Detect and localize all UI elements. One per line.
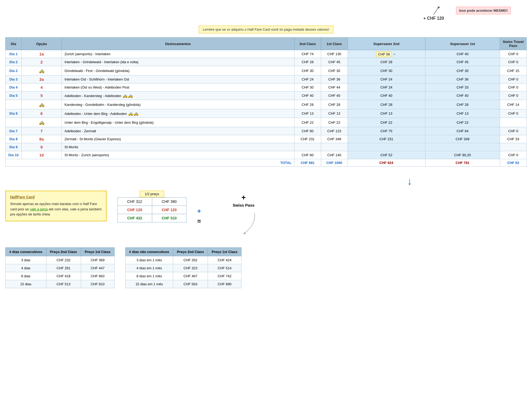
cell-2nd: CHF 74 bbox=[294, 50, 321, 58]
cell-dia bbox=[6, 100, 22, 109]
cell-desl: Zurich (aeroporto) - Interlaken bbox=[62, 50, 294, 58]
noncons-h0: # dias não consecutivos bbox=[125, 248, 173, 256]
cell-opcao: 🚕 bbox=[22, 100, 62, 109]
calc-r2c1: CHF 120 bbox=[118, 206, 152, 214]
isso-pode-text: Isso pode acontecer MESMO! bbox=[459, 9, 508, 13]
cell-super1: CHF 90,20 bbox=[425, 151, 500, 159]
halffare-title: HalfFare Card bbox=[10, 195, 102, 199]
cell-stp: CHF 33 bbox=[500, 135, 527, 143]
cell-stp bbox=[500, 118, 527, 127]
cell-stp: CHF 0 bbox=[500, 109, 527, 118]
cell-super2: CHF 75 bbox=[348, 127, 425, 135]
cell-stp: CHF 0 bbox=[500, 50, 527, 58]
cell-2nd: CHF 28 bbox=[294, 58, 321, 66]
list-item: 8 diasCHF 418CHF 663 bbox=[6, 272, 115, 280]
swiss-pass-area: + Swiss Pass bbox=[228, 193, 260, 237]
cell-stp: CHF 0 bbox=[500, 91, 527, 100]
cell-super2: CHF 13 bbox=[348, 109, 425, 118]
table-row: 🚕Unter dem Birg - Engstligenalp - Unter … bbox=[6, 118, 527, 127]
cell-desl: Interlaken - Grindelwald - Interlaken (i… bbox=[62, 58, 294, 66]
table-row: Dia 55Adelboden - Kandersteg - Adelboden… bbox=[6, 91, 527, 100]
down-arrow-icon: ↓ bbox=[407, 176, 412, 187]
main-table: Dia Opção Deslocamentos 2nd Class 1st Cl… bbox=[5, 37, 527, 167]
non-consecutive-table: # dias não consecutivos Preço 2nd Class … bbox=[125, 247, 241, 288]
bottom-section: HalfFare Card Simulei apenas as opções m… bbox=[5, 191, 527, 237]
cell-1st: CHF 349 bbox=[321, 135, 348, 143]
swiss-plus-icon: + bbox=[241, 193, 246, 202]
isso-pode-box: Isso pode acontecer MESMO! bbox=[456, 7, 511, 14]
cell-dia: Dia 2 bbox=[6, 66, 22, 75]
list-item: 8 dias em 1 mêsCHF 467CHF 742 bbox=[125, 272, 241, 280]
total-stp: CHF 62 bbox=[500, 159, 527, 167]
calc-r1c1: CHF 312 bbox=[118, 198, 152, 206]
cell-stp: CHF 15 bbox=[500, 66, 527, 75]
cell-desl: Unter dem Birg - Engstligenalp - Unter d… bbox=[62, 118, 294, 127]
total-1st: CHF 1000 bbox=[321, 159, 348, 167]
cell-super1: CHF 36 bbox=[425, 75, 500, 83]
col-header-super1: Supersaver 1st bbox=[425, 38, 500, 50]
cell-1st: CHF 13 bbox=[321, 109, 348, 118]
halffare-vale: vale a pena bbox=[30, 207, 48, 211]
plus-sign: + bbox=[197, 206, 201, 216]
cell-opcao: 4 bbox=[22, 83, 62, 91]
list-item: 4 diasCHF 281CHF 447 bbox=[6, 264, 115, 272]
total-2nd: CHF 681 bbox=[294, 159, 321, 167]
col-header-2nd: 2nd Class bbox=[294, 38, 321, 50]
table-row: Dia 44Interlaken (Ost ou West) - Adelbod… bbox=[6, 83, 527, 91]
list-item: 15 diasCHF 513CHF 810 bbox=[6, 280, 115, 288]
cons-h2: Preço 1st Class bbox=[81, 248, 114, 256]
list-item: 15 dias em 1 mêsCHF 563CHF 890 bbox=[125, 280, 241, 288]
cell-stp: CHF 0 bbox=[500, 83, 527, 91]
cell-dia: Dia 3 bbox=[6, 75, 22, 83]
cell-dia bbox=[6, 118, 22, 127]
halffare-box: HalfFare Card Simulei apenas as opções m… bbox=[5, 191, 107, 221]
cell-super1: CHF 22 bbox=[425, 118, 500, 127]
cell-dia: Dia 6 bbox=[6, 109, 22, 118]
cell-super2 bbox=[348, 143, 425, 151]
lembre-note: Lembre que se vc adquiriu o Half Fare Ca… bbox=[199, 26, 333, 33]
cell-dia: Dia 1 bbox=[6, 50, 22, 58]
cell-desl: St Morits bbox=[62, 143, 294, 151]
cell-super1: CHF 28 bbox=[425, 100, 500, 109]
cell-2nd: CHF 13 bbox=[294, 109, 321, 118]
cons-h0: # dias consecutivos bbox=[6, 248, 46, 256]
plus-chf-annotation: + CHF 120 bbox=[423, 7, 444, 21]
equals-sign: = bbox=[197, 216, 201, 226]
swiss-pass-label: Swiss Pass bbox=[233, 203, 255, 207]
cell-super2: CHF 52 bbox=[348, 151, 425, 159]
cell-super1: CHF 349 bbox=[425, 135, 500, 143]
cell-super1: CHF 13 bbox=[425, 109, 500, 118]
cell-dia: Dia 9 bbox=[6, 143, 22, 151]
cell-desl: Adelboden - Unter dem Birg - Adelboden 🚕… bbox=[62, 109, 294, 118]
calc-r2c2: CHF 120 bbox=[152, 206, 187, 214]
cell-1st: CHF 28 bbox=[321, 100, 348, 109]
cell-super1: CHF 40 bbox=[425, 50, 500, 58]
col-header-opcao: Opção bbox=[22, 38, 62, 50]
col-header-super2: Supersaver 2nd bbox=[348, 38, 425, 50]
calc-row-3: CHF 432 CHF 510 bbox=[118, 214, 187, 222]
cell-1st: CHF 140 bbox=[321, 151, 348, 159]
cell-1st: CHF 123 bbox=[321, 127, 348, 135]
list-item: 4 dias em 1 mêsCHF 323CHF 514 bbox=[125, 264, 241, 272]
calc-r1c2: CHF 390 bbox=[152, 198, 187, 206]
cell-super2: CHF 28 bbox=[348, 100, 425, 109]
table-row: Dia 1010St Morits - Zurich (aeroporto)CH… bbox=[6, 151, 527, 159]
cell-dia: Dia 10 bbox=[6, 151, 22, 159]
cell-opcao: 7 bbox=[22, 127, 62, 135]
table-row: Dia 99St Morits bbox=[6, 143, 527, 151]
cell-super2: CHF 40 bbox=[348, 91, 425, 100]
table-row: 🚕Kandersteg - Gondelbahn - Kandersteg (g… bbox=[6, 100, 527, 109]
cell-1st: CHF 130 bbox=[321, 50, 348, 58]
cell-super1 bbox=[425, 143, 500, 151]
cell-2nd bbox=[294, 143, 321, 151]
cell-super2: CHF 28 bbox=[348, 58, 425, 66]
table-row: Dia 2🚕Grindelwald - First - Grindelwald … bbox=[6, 66, 527, 75]
cell-stp: CHF 0 bbox=[500, 75, 527, 83]
calc-r3c2: CHF 510 bbox=[152, 214, 187, 222]
cell-2nd: CHF 28 bbox=[294, 100, 321, 109]
cell-1st bbox=[321, 143, 348, 151]
cell-super2: CHF 22 bbox=[348, 118, 425, 127]
cell-opcao: 5 bbox=[22, 91, 62, 100]
cell-2nd: CHF 30 bbox=[294, 83, 321, 91]
col-header-desl: Deslocamentos bbox=[62, 38, 294, 50]
